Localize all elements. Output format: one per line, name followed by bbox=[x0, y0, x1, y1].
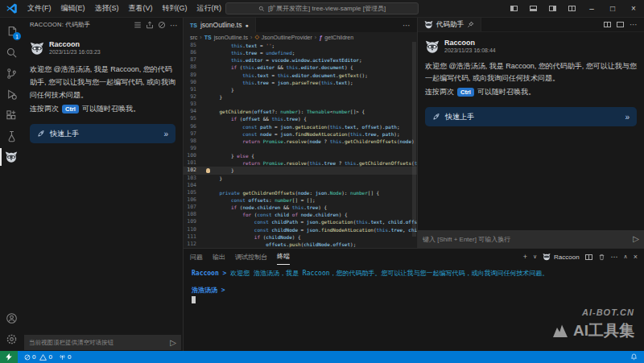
menu-goto[interactable]: 转到(G) bbox=[158, 0, 192, 17]
tab-debug-console[interactable]: 调试控制台 bbox=[235, 249, 267, 265]
tab-code-assistant[interactable]: 代码助手 bbox=[418, 18, 481, 31]
chat-history-icon[interactable] bbox=[134, 21, 142, 29]
maximize-button[interactable]: □ bbox=[602, 0, 623, 17]
account-icon[interactable] bbox=[0, 307, 23, 328]
ports-count: 0 bbox=[68, 353, 71, 361]
code-line[interactable]: 112 offsets.push(childNode.offset); bbox=[184, 241, 417, 248]
code-line[interactable]: 107 if (node.children && this.tree) { bbox=[184, 204, 417, 211]
code-line[interactable]: 95 if (offset && this.tree) { bbox=[184, 115, 417, 122]
run-debug-icon[interactable] bbox=[0, 84, 23, 105]
editor-more-actions-icon[interactable]: ⋯ bbox=[402, 21, 417, 30]
code-line[interactable]: 90 this.tree = json.parseTree(this.text)… bbox=[184, 79, 417, 86]
code-line[interactable]: 110 const childNode = json.findNodeAtLoc… bbox=[184, 226, 417, 233]
terminal[interactable]: Raccoon > 欢迎您 浩浩汤汤，我是 Raccoon，您的代码助手。您可以… bbox=[184, 265, 644, 307]
source-control-icon[interactable] bbox=[0, 63, 23, 84]
tab-output[interactable]: 输出 bbox=[213, 249, 225, 265]
code-text: offsets.push(childNode.offset); bbox=[201, 241, 356, 248]
panel-maximize-icon[interactable]: ∧ bbox=[624, 254, 628, 260]
export-chat-icon[interactable] bbox=[146, 21, 154, 29]
code-line[interactable]: 103 } bbox=[184, 175, 417, 182]
breadcrumb-file[interactable]: jsonOutline.ts bbox=[214, 35, 248, 40]
code-line[interactable]: 96 const path = json.getLocation(this.te… bbox=[184, 123, 417, 130]
split-editor-icon[interactable] bbox=[617, 22, 624, 27]
menu-file[interactable]: 文件(F) bbox=[23, 0, 56, 17]
code-line[interactable]: 91 } bbox=[184, 86, 417, 93]
pin-icon[interactable] bbox=[467, 21, 474, 28]
more-actions-icon[interactable]: ⋯ bbox=[170, 21, 178, 30]
problems-summary[interactable]: 0 0 bbox=[24, 353, 52, 361]
sidebar-chat-input[interactable] bbox=[29, 339, 167, 346]
panel-close-icon[interactable]: × bbox=[634, 253, 638, 261]
code-line[interactable]: 94 getChildren(offset?: number): Thenabl… bbox=[184, 108, 417, 115]
code-line[interactable]: 98 return Promise.resolve(node ? this.ge… bbox=[184, 138, 417, 145]
editor-scrollbar[interactable] bbox=[411, 42, 417, 245]
terminal-selector[interactable]: Raccoon bbox=[543, 253, 580, 261]
close-button[interactable]: × bbox=[623, 0, 644, 17]
dirty-indicator-icon[interactable]: ● bbox=[245, 23, 248, 28]
search-icon[interactable] bbox=[0, 42, 23, 63]
warning-icon bbox=[39, 354, 47, 361]
remote-indicator[interactable] bbox=[0, 351, 18, 363]
tab-problems[interactable]: 问题 bbox=[190, 249, 203, 265]
code-text: const childPath = json.getLocation(this.… bbox=[201, 218, 417, 225]
code-line[interactable]: 87 this.editor = vscode.window.activeTex… bbox=[184, 56, 417, 64]
line-number: 86 bbox=[184, 49, 201, 56]
toggle-secondary-sidebar-icon[interactable] bbox=[543, 0, 562, 17]
settings-gear-icon[interactable] bbox=[0, 328, 23, 349]
extensions-icon[interactable] bbox=[0, 105, 23, 126]
menu-view[interactable]: 查看(V) bbox=[124, 0, 158, 17]
menu-run[interactable]: 运行(R) bbox=[192, 0, 227, 17]
minimize-button[interactable]: – bbox=[581, 0, 602, 17]
test-explorer-icon[interactable] bbox=[0, 126, 23, 146]
code-line[interactable]: 101 return Promise.resolve(this.tree ? t… bbox=[184, 159, 417, 167]
send-icon[interactable]: ▷ bbox=[170, 339, 176, 347]
tab-label: jsonOutline.ts bbox=[200, 21, 242, 29]
code-line[interactable]: 86 this.tree = undefined; bbox=[184, 49, 417, 56]
customize-layout-icon[interactable] bbox=[562, 0, 581, 17]
code-line[interactable]: 104 bbox=[184, 182, 417, 189]
code-line[interactable]: 106 const offsets: number[] = []; bbox=[184, 196, 417, 204]
panel-more-icon[interactable]: ⋯ bbox=[611, 253, 618, 261]
code-line[interactable]: 85 this.text = ''; bbox=[184, 42, 417, 49]
editor-layout-icon[interactable] bbox=[604, 22, 611, 27]
menu-selection[interactable]: 选择(S) bbox=[90, 0, 124, 17]
tab-jsonoutline[interactable]: TS jsonOutline.ts ● bbox=[184, 18, 256, 32]
code-line[interactable]: 100 } else { bbox=[184, 152, 417, 159]
explorer-icon[interactable]: 1 bbox=[0, 21, 23, 42]
breadcrumb-src[interactable]: src bbox=[190, 35, 197, 40]
toggle-panel-icon[interactable] bbox=[523, 0, 543, 17]
split-terminal-icon[interactable] bbox=[585, 254, 592, 260]
breadcrumb-class[interactable]: JsonOutlineProvider bbox=[262, 35, 312, 40]
code-line[interactable]: 102 } bbox=[184, 167, 417, 174]
terminal-dropdown-icon[interactable]: ∨ bbox=[533, 254, 537, 260]
new-terminal-icon[interactable]: + bbox=[523, 253, 527, 261]
raccoon-assistant-icon[interactable] bbox=[0, 146, 23, 167]
code-line[interactable]: 109 const childPath = json.getLocation(t… bbox=[184, 218, 417, 225]
ports-indicator[interactable]: 0 bbox=[59, 353, 71, 361]
menu-edit[interactable]: 编辑(E) bbox=[56, 0, 90, 17]
code-line[interactable]: 105 private getChildrenOffsets(node: jso… bbox=[184, 189, 417, 196]
more-actions-icon[interactable]: ⋯ bbox=[630, 20, 638, 29]
assistant-chat-input[interactable] bbox=[423, 236, 630, 243]
quick-start-button[interactable]: 快速上手 » bbox=[425, 107, 637, 126]
command-center[interactable]: [扩展开发宿主] tree-view-sample [管理员] bbox=[225, 2, 419, 14]
code-line[interactable]: 88 if (this.editor && this.editor.docume… bbox=[184, 64, 417, 71]
code-line[interactable]: 111 if (childNode) { bbox=[184, 233, 417, 241]
notifications-bell-icon[interactable] bbox=[630, 353, 638, 361]
code-line[interactable]: 97 const node = json.findNodeAtLocation(… bbox=[184, 130, 417, 138]
watermark: AI-BOT.CN AI工具集 bbox=[552, 307, 634, 341]
code-line[interactable]: 92 } bbox=[184, 93, 417, 101]
quick-start-button[interactable]: 快速上手 » bbox=[30, 124, 175, 143]
tab-terminal[interactable]: 终端 bbox=[277, 249, 290, 265]
kill-terminal-icon[interactable] bbox=[598, 254, 605, 261]
lightbulb-icon[interactable] bbox=[206, 168, 210, 173]
code-line[interactable]: 89 this.text = this.editor.document.getT… bbox=[184, 72, 417, 79]
breadcrumb-method[interactable]: getChildren bbox=[324, 35, 353, 40]
send-icon[interactable]: ▷ bbox=[633, 235, 639, 243]
clear-chat-icon[interactable] bbox=[158, 21, 166, 29]
code-area[interactable]: 85 this.text = '';86 this.tree = undefin… bbox=[184, 42, 417, 248]
code-line[interactable]: 93 bbox=[184, 101, 417, 108]
code-line[interactable]: 108 for (const child of node.children) { bbox=[184, 211, 417, 218]
toggle-sidebar-icon[interactable] bbox=[504, 0, 523, 17]
code-line[interactable]: 99 bbox=[184, 145, 417, 152]
